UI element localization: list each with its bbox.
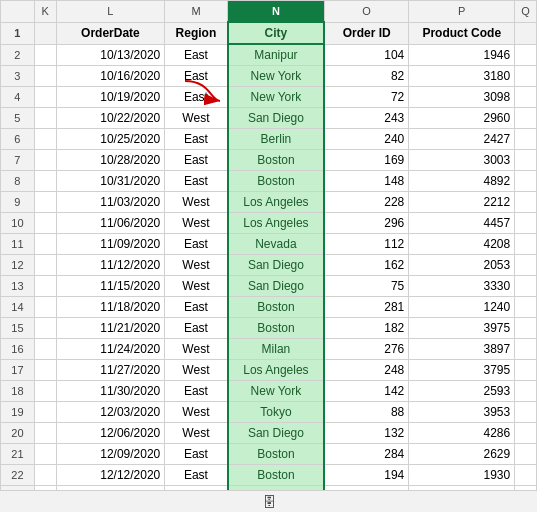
cell-10-K[interactable] [34,213,56,234]
col-header-L[interactable]: L [56,1,165,23]
cell-17-Q[interactable] [515,360,537,381]
cell-17-O[interactable]: 248 [324,360,409,381]
cell-23-M[interactable]: East [165,486,228,491]
cell-17-P[interactable]: 3795 [409,360,515,381]
cell-15-K[interactable] [34,318,56,339]
cell-15-N[interactable]: Boston [228,318,325,339]
cell-1-M[interactable]: Region [165,22,228,44]
cell-15-O[interactable]: 182 [324,318,409,339]
col-header-Q[interactable]: Q [515,1,537,23]
cell-7-M[interactable]: East [165,150,228,171]
cell-16-N[interactable]: Milan [228,339,325,360]
cell-13-P[interactable]: 3330 [409,276,515,297]
cell-6-N[interactable]: Berlin [228,129,325,150]
cell-23-O[interactable]: 244 [324,486,409,491]
cell-4-P[interactable]: 3098 [409,87,515,108]
col-header-K[interactable]: K [34,1,56,23]
cell-4-N[interactable]: New York [228,87,325,108]
cell-3-K[interactable] [34,66,56,87]
cell-2-L[interactable]: 10/13/2020 [56,44,165,66]
cell-9-Q[interactable] [515,192,537,213]
cell-11-L[interactable]: 11/09/2020 [56,234,165,255]
cell-13-O[interactable]: 75 [324,276,409,297]
cell-6-K[interactable] [34,129,56,150]
cell-7-L[interactable]: 10/28/2020 [56,150,165,171]
cell-9-L[interactable]: 11/03/2020 [56,192,165,213]
cell-9-K[interactable] [34,192,56,213]
cell-10-M[interactable]: West [165,213,228,234]
cell-4-L[interactable]: 10/19/2020 [56,87,165,108]
cell-12-L[interactable]: 11/12/2020 [56,255,165,276]
cell-13-M[interactable]: West [165,276,228,297]
cell-7-P[interactable]: 3003 [409,150,515,171]
cell-10-P[interactable]: 4457 [409,213,515,234]
cell-12-M[interactable]: West [165,255,228,276]
cell-8-P[interactable]: 4892 [409,171,515,192]
cell-23-L[interactable]: 12/15/2020 [56,486,165,491]
cell-20-L[interactable]: 12/06/2020 [56,423,165,444]
cell-8-Q[interactable] [515,171,537,192]
cell-3-N[interactable]: New York [228,66,325,87]
cell-19-Q[interactable] [515,402,537,423]
cell-21-P[interactable]: 2629 [409,444,515,465]
cell-2-M[interactable]: East [165,44,228,66]
cell-10-Q[interactable] [515,213,537,234]
cell-19-O[interactable]: 88 [324,402,409,423]
cell-8-K[interactable] [34,171,56,192]
cell-11-O[interactable]: 112 [324,234,409,255]
cell-16-M[interactable]: West [165,339,228,360]
cell-13-Q[interactable] [515,276,537,297]
cell-4-O[interactable]: 72 [324,87,409,108]
cell-1-K[interactable] [34,22,56,44]
cell-5-N[interactable]: San Diego [228,108,325,129]
cell-18-M[interactable]: East [165,381,228,402]
cell-2-P[interactable]: 1946 [409,44,515,66]
cell-20-O[interactable]: 132 [324,423,409,444]
cell-8-O[interactable]: 148 [324,171,409,192]
cell-12-P[interactable]: 2053 [409,255,515,276]
cell-21-L[interactable]: 12/09/2020 [56,444,165,465]
cell-3-P[interactable]: 3180 [409,66,515,87]
cell-6-O[interactable]: 240 [324,129,409,150]
cell-3-L[interactable]: 10/16/2020 [56,66,165,87]
cell-3-Q[interactable] [515,66,537,87]
col-header-P[interactable]: P [409,1,515,23]
cell-18-Q[interactable] [515,381,537,402]
cell-14-K[interactable] [34,297,56,318]
cell-16-L[interactable]: 11/24/2020 [56,339,165,360]
cell-3-O[interactable]: 82 [324,66,409,87]
col-header-M[interactable]: M [165,1,228,23]
cell-17-N[interactable]: Los Angeles [228,360,325,381]
cell-20-N[interactable]: San Diego [228,423,325,444]
cell-23-P[interactable]: 2896 [409,486,515,491]
cell-22-P[interactable]: 1930 [409,465,515,486]
cell-11-P[interactable]: 4208 [409,234,515,255]
cell-2-O[interactable]: 104 [324,44,409,66]
cell-22-M[interactable]: East [165,465,228,486]
cell-18-L[interactable]: 11/30/2020 [56,381,165,402]
cell-21-Q[interactable] [515,444,537,465]
cell-20-M[interactable]: West [165,423,228,444]
cell-2-Q[interactable] [515,44,537,66]
cell-22-K[interactable] [34,465,56,486]
cell-1-O[interactable]: Order ID [324,22,409,44]
cell-9-M[interactable]: West [165,192,228,213]
cell-11-N[interactable]: Nevada [228,234,325,255]
cell-19-K[interactable] [34,402,56,423]
cell-12-N[interactable]: San Diego [228,255,325,276]
cell-1-P[interactable]: Product Code [409,22,515,44]
cell-23-N[interactable]: Boston [228,486,325,491]
cell-8-L[interactable]: 10/31/2020 [56,171,165,192]
col-header-O[interactable]: O [324,1,409,23]
cell-7-N[interactable]: Boston [228,150,325,171]
cell-10-O[interactable]: 296 [324,213,409,234]
cell-20-P[interactable]: 4286 [409,423,515,444]
cell-23-K[interactable] [34,486,56,491]
cell-22-L[interactable]: 12/12/2020 [56,465,165,486]
cell-21-N[interactable]: Boston [228,444,325,465]
cell-14-P[interactable]: 1240 [409,297,515,318]
cell-16-O[interactable]: 276 [324,339,409,360]
cell-2-K[interactable] [34,44,56,66]
cell-18-O[interactable]: 142 [324,381,409,402]
cell-7-Q[interactable] [515,150,537,171]
